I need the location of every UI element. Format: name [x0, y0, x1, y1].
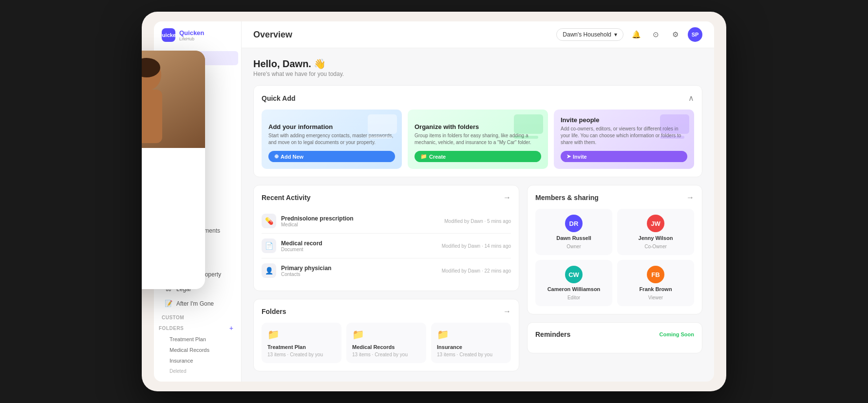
activity-left-3: 👤 Primary physician Contacts — [262, 263, 331, 278]
logo-sub: LifeHub — [179, 37, 204, 41]
floating-menu-passwords[interactable]: 🔐 Passwords — [142, 225, 193, 252]
floating-section-label: Personal — [142, 158, 193, 165]
help-icon[interactable]: ⊙ — [649, 28, 662, 41]
reminders-header: Reminders Coming Soon — [535, 330, 694, 338]
activity-icon-2: 📄 — [262, 238, 276, 253]
member-card-cw[interactable]: CW Cameron Williamson Editor — [535, 260, 612, 306]
add-new-label: Add New — [281, 154, 303, 160]
activity-left-2: 📄 Medical record Document — [262, 238, 322, 253]
sidebar-logo: Quicken Quicken LifeHub — [154, 21, 241, 49]
chevron-down-icon: ▾ — [614, 31, 617, 38]
member-avatar-dr: DR — [565, 215, 583, 232]
bell-icon[interactable]: 🔔 — [629, 28, 643, 41]
folder-insurance[interactable]: Insurance — [154, 355, 241, 366]
logo-text: Quicken LifeHub — [179, 29, 204, 41]
member-initials-dr: DR — [569, 220, 579, 227]
activity-icon-3: 👤 — [262, 263, 276, 278]
folders-row: 📁 Treatment Plan 13 items · Created by y… — [262, 323, 511, 363]
folder-medical-records[interactable]: Medical Records — [154, 345, 241, 355]
reminders-status: Coming Soon — [660, 331, 695, 337]
member-name-dr: Dawn Russell — [556, 235, 591, 241]
reminders-section: Reminders Coming Soon — [527, 322, 702, 353]
activity-item-2: 📄 Medical record Document Modified by Da… — [262, 234, 511, 258]
quick-add-header: Quick Add ∧ — [262, 93, 694, 103]
members-grid: DR Dawn Russell Owner JW Jenny Wils — [535, 209, 694, 306]
member-avatar-fb: FB — [647, 266, 664, 283]
folder-card-icon-2: 📁 — [352, 329, 420, 340]
create-label: Create — [429, 154, 446, 160]
left-column: Recent Activity → 💊 Prednisolone prescri… — [253, 185, 519, 371]
create-button[interactable]: 📁 Create — [415, 151, 541, 162]
folder-card-2[interactable]: 📁 Medical Records 13 items · Created by … — [346, 323, 426, 363]
right-column: Members & sharing → DR Dawn Russell Owne… — [527, 185, 702, 371]
folder-meta-2: 13 items · Created by you — [352, 352, 420, 357]
folder-meta-1: 13 items · Created by you — [267, 352, 336, 357]
folders-section: Folders → 📁 Treatment Plan 13 items · Cr… — [253, 299, 519, 371]
member-card-dr[interactable]: DR Dawn Russell Owner — [535, 209, 612, 255]
main-content: Overview Dawn's Household ▾ 🔔 ⊙ ⚙ SP — [242, 21, 714, 382]
floating-card-content: Personal 🪪 IDs 🩺 Medical 🔐 Passwords 🐾 P… — [142, 148, 205, 289]
activity-icon-1: 💊 — [262, 214, 276, 228]
member-name-jw: Jenny Wilson — [639, 235, 673, 241]
member-role-jw: Co-Owner — [644, 244, 667, 249]
invite-label: Invite — [573, 154, 587, 160]
activity-name-3: Primary physician — [281, 265, 331, 272]
folders-arrow[interactable]: → — [503, 307, 511, 316]
card-deco-1 — [368, 114, 397, 139]
folder-name-3: Insurance — [437, 344, 505, 350]
member-name-cw: Cameron Williamson — [547, 286, 601, 292]
settings-icon[interactable]: ⚙ — [668, 28, 682, 41]
member-role-fb: Viewer — [648, 295, 663, 300]
activity-time-3: Modified by Dawn · 22 mins ago — [442, 268, 511, 274]
logo-icon: Quicken — [162, 28, 175, 42]
quick-add-section: Quick Add ∧ Add your information Start w… — [253, 85, 702, 177]
add-icon: ⊕ — [274, 153, 279, 160]
floating-menu-medical[interactable]: 🩺 Medical — [142, 198, 193, 225]
header-right: Dawn's Household ▾ 🔔 ⊙ ⚙ SP — [556, 27, 702, 42]
member-initials-fb: FB — [651, 271, 660, 278]
folder-card-1[interactable]: 📁 Treatment Plan 13 items · Created by y… — [262, 323, 341, 363]
folders-title: Folders — [262, 308, 286, 315]
household-selector[interactable]: Dawn's Household ▾ — [556, 28, 623, 41]
activity-item-1: 💊 Prednisolone prescription Medical Modi… — [262, 209, 511, 234]
folder-card-3[interactable]: 📁 Insurance 13 items · Created by you — [431, 323, 511, 363]
activity-name-2: Medical record — [281, 240, 322, 247]
header: Overview Dawn's Household ▾ 🔔 ⊙ ⚙ SP — [242, 21, 714, 48]
greeting-title: Hello, Dawn. 👋 — [253, 58, 702, 70]
folder-treatment[interactable]: Treatment Plan — [154, 334, 241, 345]
member-card-jw[interactable]: JW Jenny Wilson Co-Owner — [617, 209, 694, 255]
recent-activity-arrow[interactable]: → — [503, 193, 511, 202]
sidebar-item-after[interactable]: 📝 After I'm Gone — [157, 296, 238, 311]
recent-activity-title: Recent Activity — [262, 194, 311, 202]
folders-label: FOLDERS — [159, 326, 184, 331]
avatar[interactable]: SP — [688, 27, 702, 42]
folder-meta-3: 13 items · Created by you — [437, 352, 505, 357]
quick-add-collapse[interactable]: ∧ — [688, 93, 694, 103]
floating-menu-ids[interactable]: 🪪 IDs — [142, 170, 193, 198]
member-card-fb[interactable]: FB Frank Brown Viewer — [617, 260, 694, 306]
add-folder-button[interactable]: + — [229, 324, 233, 332]
quick-add-card-info: Add your information Start with adding e… — [262, 110, 402, 169]
floating-menu-pets[interactable]: 🐾 Pets — [142, 252, 193, 279]
sidebar-after-label: After I'm Gone — [176, 300, 214, 307]
add-new-button[interactable]: ⊕ Add New — [268, 151, 395, 162]
activity-time-2: Modified by Dawn · 14 mins ago — [442, 243, 511, 249]
activity-time-1: Modified by Dawn · 5 mins ago — [444, 219, 511, 224]
tablet-screen: Quicken Quicken LifeHub ⊞ Overview 🏛 Ins… — [154, 21, 714, 382]
activity-left-1: 💊 Prednisolone prescription Medical — [262, 214, 354, 228]
card-deco-3 — [660, 114, 689, 139]
activity-type-1: Medical — [281, 222, 354, 227]
members-arrow[interactable]: → — [686, 193, 694, 202]
quick-add-grid: Add your information Start with adding e… — [262, 110, 694, 169]
two-col-layout: Recent Activity → 💊 Prednisolone prescri… — [253, 185, 702, 371]
content-area: Hello, Dawn. 👋 Here's what we have for y… — [242, 48, 714, 382]
folder-card-icon-1: 📁 — [267, 329, 336, 340]
greeting-subtitle: Here's what we have for you today. — [253, 71, 702, 77]
quick-add-title: Quick Add — [262, 94, 296, 102]
folder-name-2: Medical Records — [352, 344, 420, 350]
member-role-cw: Editor — [567, 295, 580, 300]
logo-brand: Quicken — [179, 29, 204, 37]
activity-type-3: Contacts — [281, 272, 331, 277]
invite-button[interactable]: ➤ Invite — [561, 151, 687, 162]
page-title: Overview — [253, 30, 292, 40]
